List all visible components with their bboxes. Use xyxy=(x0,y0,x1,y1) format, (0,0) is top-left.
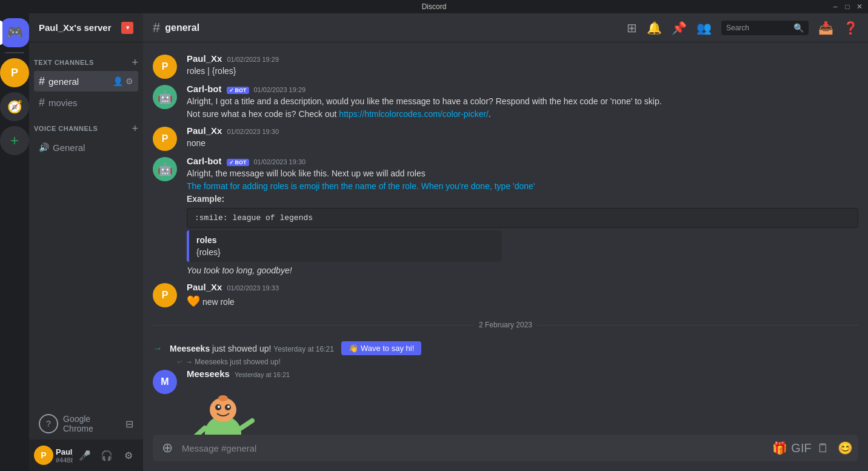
channel-item-voice-general[interactable]: 🔊 General xyxy=(34,137,138,158)
message-input[interactable] xyxy=(182,443,766,453)
discord-logo-icon: 🎮 xyxy=(7,25,23,41)
message-group: P Paul_Xx 01/02/2023 19:33 🧡 new role xyxy=(143,281,868,311)
message-header: Meeseeks Yesterday at 16:21 xyxy=(187,369,858,379)
embed-title: roles xyxy=(196,235,495,245)
voice-channels-label: VOICE CHANNELS xyxy=(34,125,98,132)
add-text-channel-button[interactable]: + xyxy=(132,57,138,68)
search-bar[interactable]: Search 🔍 xyxy=(721,21,809,35)
add-member-icon[interactable]: 👤 xyxy=(113,76,123,86)
svg-line-7 xyxy=(241,421,252,428)
add-voice-channel-button[interactable]: + xyxy=(132,123,138,134)
channels-list: TEXT CHANNELS + # general 👤 ⚙ # movies V… xyxy=(29,42,143,408)
server-icon-paul[interactable]: P xyxy=(0,58,29,87)
server-icon-discord[interactable]: 🎮 xyxy=(0,18,29,47)
message-content: Paul_Xx 01/02/2023 19:29 roles | {roles} xyxy=(187,53,858,79)
add-server-button[interactable]: + xyxy=(0,126,29,155)
server-header[interactable]: Paul_Xx's server ▾ xyxy=(29,13,143,42)
google-chrome-label: Google Chrome xyxy=(63,414,121,433)
message-content: Meeseeks Yesterday at 16:21 xyxy=(187,369,858,435)
gif-button[interactable]: GIF xyxy=(793,439,810,456)
join-author[interactable]: Meeseeks xyxy=(170,344,210,353)
message-content: Paul_Xx 01/02/2023 19:33 🧡 new role xyxy=(187,282,858,310)
add-icon: + xyxy=(10,132,19,149)
deafen-button[interactable]: 🎧 xyxy=(97,446,116,465)
help-icon[interactable]: ❓ xyxy=(843,21,858,35)
text-channels-category[interactable]: TEXT CHANNELS + xyxy=(29,47,143,70)
svg-line-6 xyxy=(193,428,205,435)
message-timestamp: 01/02/2023 19:29 xyxy=(254,86,306,93)
message-content: Carl-bot ✓BOT 01/02/2023 19:30 Alright, … xyxy=(187,156,858,277)
dm-popout-icon[interactable]: ⊟ xyxy=(125,418,133,430)
user-area: P Paul_Xx #4488 🎤 🎧 ⚙ xyxy=(29,439,143,471)
message-author[interactable]: Meeseeks xyxy=(187,369,230,379)
join-timestamp: Yesterday at 16:21 xyxy=(273,345,334,353)
message-author[interactable]: Paul_Xx xyxy=(187,53,222,64)
wave-emoji: 👋 xyxy=(349,344,358,353)
message-group: 🤖 Carl-bot ✓BOT 01/02/2023 19:29 Alright… xyxy=(143,82,868,122)
server-icon-explore[interactable]: 🧭 xyxy=(0,92,29,121)
gift-button[interactable]: 🎁 xyxy=(771,439,788,456)
explore-icon: 🧭 xyxy=(7,99,22,114)
color-picker-link[interactable]: https://htmlcolorcodes.com/color-picker/ xyxy=(339,109,489,119)
search-icon: 🔍 xyxy=(793,23,804,33)
message-author[interactable]: Paul_Xx xyxy=(187,282,222,292)
channel-item-general[interactable]: # general 👤 ⚙ xyxy=(34,71,138,92)
message-text: Alright, the message will look like this… xyxy=(187,167,858,205)
chat-header-icons: ⊞ 🔔 📌 👥 Search 🔍 📥 ❓ xyxy=(627,21,858,35)
channel-name-general: general xyxy=(48,76,109,87)
add-thread-icon[interactable]: ⊞ xyxy=(627,21,637,35)
voice-channels-category[interactable]: VOICE CHANNELS + xyxy=(29,113,143,136)
sticker-button[interactable]: 🗒 xyxy=(815,439,832,456)
close-button[interactable]: ✕ xyxy=(856,3,863,10)
message-content: Carl-bot ✓BOT 01/02/2023 19:29 Alright, … xyxy=(187,84,858,121)
message-text: roles | {roles} xyxy=(187,65,858,78)
channel-name-movies: movies xyxy=(48,98,133,108)
message-header: Paul_Xx 01/02/2023 19:29 xyxy=(187,53,858,64)
server-menu-button[interactable]: ▾ xyxy=(121,22,133,34)
emoji-button[interactable]: 😊 xyxy=(836,439,853,456)
google-chrome-dm[interactable]: ? Google Chrome ⊟ xyxy=(34,409,138,438)
text-channels-label: TEXT CHANNELS xyxy=(34,59,94,66)
message-author[interactable]: Carl-bot xyxy=(187,84,222,94)
user-controls: 🎤 🎧 ⚙ xyxy=(75,446,138,465)
avatar: 🤖 xyxy=(153,157,177,181)
app-layout: 🎮 P 🧭 + Paul_Xx's server ▾ xyxy=(0,13,868,471)
member-list-icon[interactable]: 👥 xyxy=(696,21,712,35)
titlebar-title: Discord xyxy=(422,2,447,11)
date-divider: 2 February 2023 xyxy=(143,316,868,334)
notification-bell-icon[interactable]: 🔔 xyxy=(647,21,662,35)
wave-button[interactable]: 👋 Wave to say hi! xyxy=(341,341,421,355)
add-attachment-button[interactable]: ⊕ xyxy=(158,438,177,458)
mute-button[interactable]: 🎤 xyxy=(75,446,95,465)
server-list-divider xyxy=(5,52,24,53)
embed-text: {roles} xyxy=(196,247,495,257)
server-name: Paul_Xx's server xyxy=(39,22,112,33)
pin-icon[interactable]: 📌 xyxy=(672,21,687,35)
titlebar: Discord – □ ✕ xyxy=(0,0,868,13)
server-list: 🎮 P 🧭 + xyxy=(0,13,29,471)
server-active-indicator xyxy=(0,21,2,45)
meeseeks-image xyxy=(187,381,259,435)
channel-name-voice-general: General xyxy=(53,142,133,153)
avatar-initial: P xyxy=(41,450,46,460)
speaker-icon: 🔊 xyxy=(39,142,49,152)
date-divider-text: 2 February 2023 xyxy=(479,321,532,329)
maximize-button[interactable]: □ xyxy=(844,3,851,10)
channel-item-movies[interactable]: # movies xyxy=(34,92,138,113)
user-settings-button[interactable]: ⚙ xyxy=(119,446,138,465)
reply-ref-text: → Meeseeks just showed up! xyxy=(185,358,281,366)
channel-settings-icon[interactable]: ⚙ xyxy=(125,76,133,86)
channel-hash-icon: # xyxy=(39,76,45,87)
svg-point-4 xyxy=(218,406,220,408)
example-label: Example: xyxy=(187,194,224,204)
message-header: Paul_Xx 01/02/2023 19:30 xyxy=(187,125,858,136)
user-avatar[interactable]: P xyxy=(34,446,53,465)
join-message: → Meeseeks just showed up! Yesterday at … xyxy=(143,339,868,358)
minimize-button[interactable]: – xyxy=(832,3,839,10)
message-group-meeseeks: M Meeseeks Yesterday at 16:21 xyxy=(143,367,868,435)
message-author[interactable]: Paul_Xx xyxy=(187,125,222,136)
inbox-icon[interactable]: 📥 xyxy=(818,21,833,35)
message-timestamp: 01/02/2023 19:30 xyxy=(254,158,306,165)
message-author[interactable]: Carl-bot xyxy=(187,156,222,166)
message-text: Alright, I got a title and a description… xyxy=(187,95,858,121)
